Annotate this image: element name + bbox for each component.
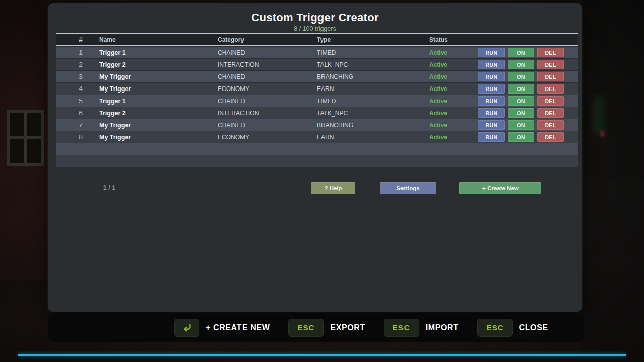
footer-create-new-label: + CREATE NEW: [206, 323, 270, 332]
toggle-on-button[interactable]: ON: [508, 72, 534, 81]
delete-button[interactable]: DEL: [537, 96, 564, 106]
toggle-on-button[interactable]: ON: [508, 48, 534, 57]
create-new-button[interactable]: + Create New: [459, 182, 541, 194]
row-actions: RUN ON DEL: [478, 84, 564, 94]
toggle-on-button[interactable]: ON: [508, 60, 534, 69]
status-badge: Active: [429, 122, 478, 129]
help-button[interactable]: ? Help: [311, 182, 355, 194]
footer-bar: + CREATE NEW ESC EXPORT ESC IMPORT ESC C…: [48, 313, 584, 342]
footer-import-action[interactable]: ESC IMPORT: [384, 319, 459, 337]
row-actions: RUN ON DEL: [478, 120, 564, 130]
trigger-count-label: 8 / 100 triggers: [48, 25, 582, 32]
trigger-type: EARN: [317, 134, 413, 141]
trigger-name: My Trigger: [99, 134, 201, 141]
custom-trigger-creator-dialog: Custom Trigger Creator 8 / 100 triggers …: [48, 3, 582, 312]
esc-key-import: ESC: [384, 319, 419, 337]
row-number: 4: [56, 85, 83, 93]
toggle-on-button[interactable]: ON: [508, 132, 534, 142]
toggle-on-button[interactable]: ON: [508, 120, 534, 130]
delete-button[interactable]: DEL: [537, 60, 564, 69]
table-row-empty: [56, 143, 578, 155]
toggle-on-button[interactable]: ON: [508, 108, 534, 118]
trigger-category: CHAINED: [218, 73, 300, 80]
table-row: 6 Trigger 2 INTERACTION TALK_NPC Active …: [56, 107, 578, 119]
trigger-category: CHAINED: [218, 122, 300, 129]
run-button[interactable]: RUN: [478, 120, 505, 130]
row-actions: RUN ON DEL: [478, 132, 564, 142]
status-badge: Active: [429, 61, 478, 68]
esc-key-export: ESC: [288, 319, 324, 337]
row-actions: RUN ON DEL: [478, 48, 564, 57]
trigger-type: TIMED: [317, 49, 413, 56]
footer-export-label: EXPORT: [330, 323, 365, 332]
footer-close-action[interactable]: ESC CLOSE: [477, 319, 548, 337]
row-actions: RUN ON DEL: [478, 72, 564, 81]
trigger-category: INTERACTION: [218, 110, 300, 117]
table-row: 2 Trigger 2 INTERACTION TALK_NPC Active …: [56, 59, 578, 70]
delete-button[interactable]: DEL: [537, 132, 564, 142]
trigger-type: TALK_NPC: [317, 110, 413, 117]
status-badge: Active: [429, 49, 478, 56]
trigger-name: My Trigger: [99, 73, 201, 80]
row-number: 8: [56, 134, 83, 141]
row-number: 5: [56, 98, 83, 105]
row-actions: RUN ON DEL: [478, 108, 564, 118]
table-row: 5 Trigger 1 CHAINED TIMED Active RUN ON …: [56, 95, 578, 107]
trigger-category: ECONOMY: [218, 134, 300, 141]
status-badge: Active: [429, 73, 478, 80]
trigger-category: ECONOMY: [218, 85, 300, 93]
footer-export-action[interactable]: ESC EXPORT: [288, 319, 365, 337]
table-body: 1 Trigger 1 CHAINED TIMED Active RUN ON …: [56, 47, 578, 167]
toggle-on-button[interactable]: ON: [508, 96, 534, 106]
toggle-on-button[interactable]: ON: [508, 84, 534, 94]
trigger-category: CHAINED: [218, 49, 300, 56]
col-header-number: #: [56, 36, 83, 43]
run-button[interactable]: RUN: [478, 60, 505, 69]
status-badge: Active: [429, 110, 478, 117]
status-badge: Active: [429, 134, 478, 141]
trigger-name: My Trigger: [99, 85, 201, 93]
trigger-name: Trigger 2: [99, 110, 201, 117]
footer-create-new-action[interactable]: + CREATE NEW: [174, 319, 270, 337]
trigger-category: INTERACTION: [218, 61, 300, 68]
delete-button[interactable]: DEL: [537, 72, 564, 81]
row-number: 2: [56, 61, 83, 68]
bottom-accent-line: [18, 354, 626, 356]
run-button[interactable]: RUN: [478, 132, 505, 142]
row-actions: RUN ON DEL: [478, 60, 564, 69]
trigger-name: Trigger 2: [99, 61, 201, 68]
trigger-type: TALK_NPC: [317, 61, 413, 68]
table-header-row: # Name Category Type Status: [56, 34, 578, 45]
page-indicator: 1 / 1: [98, 184, 120, 191]
delete-button[interactable]: DEL: [537, 120, 564, 130]
esc-key-close: ESC: [477, 319, 513, 337]
table-row: 1 Trigger 1 CHAINED TIMED Active RUN ON …: [56, 47, 578, 58]
delete-button[interactable]: DEL: [537, 48, 564, 57]
run-button[interactable]: RUN: [478, 108, 505, 118]
row-number: 6: [56, 110, 83, 117]
table-row: 4 My Trigger ECONOMY EARN Active RUN ON …: [56, 83, 578, 95]
return-key-icon: [174, 319, 199, 337]
col-header-type: Type: [317, 36, 413, 43]
table-row: 3 My Trigger CHAINED BRANCHING Active RU…: [56, 71, 578, 82]
trigger-type: EARN: [317, 85, 413, 93]
trigger-name: Trigger 1: [99, 98, 201, 105]
status-badge: Active: [429, 85, 478, 93]
run-button[interactable]: RUN: [478, 84, 505, 94]
run-button[interactable]: RUN: [478, 96, 505, 106]
delete-button[interactable]: DEL: [537, 108, 564, 118]
table-row: 7 My Trigger CHAINED BRANCHING Active RU…: [56, 119, 578, 131]
col-header-category: Category: [218, 36, 300, 43]
table-row-empty: [56, 155, 578, 167]
trigger-name: Trigger 1: [99, 49, 201, 56]
trigger-type: BRANCHING: [317, 122, 413, 129]
footer-content: + CREATE NEW ESC EXPORT ESC IMPORT ESC C…: [174, 313, 548, 342]
delete-button[interactable]: DEL: [537, 84, 564, 94]
settings-button[interactable]: Settings: [380, 182, 436, 194]
col-header-name: Name: [99, 36, 201, 43]
table-header-divider: [56, 45, 578, 46]
run-button[interactable]: RUN: [478, 48, 505, 57]
row-number: 7: [56, 122, 83, 129]
run-button[interactable]: RUN: [478, 72, 505, 81]
table-row: 8 My Trigger ECONOMY EARN Active RUN ON …: [56, 131, 578, 143]
